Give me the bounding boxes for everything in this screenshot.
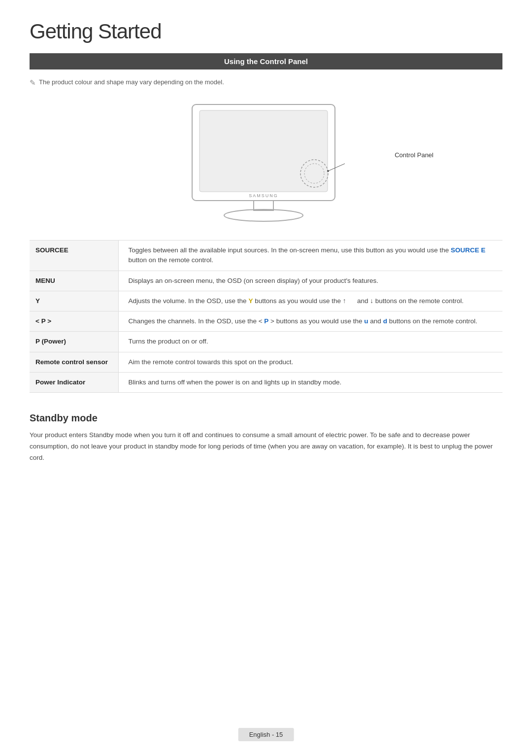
standby-title: Standby mode [30, 412, 502, 424]
d-highlight: d [383, 317, 387, 325]
monitor-diagram: SAMSUNG Control Panel [163, 100, 369, 223]
table-row-y: Y Adjusts the volume. In the OSD, use th… [30, 291, 502, 311]
y-highlight: Y [248, 297, 253, 305]
standby-text: Your product enters Standby mode when yo… [30, 430, 502, 464]
standby-section: Standby mode Your product enters Standby… [30, 412, 502, 464]
svg-text:SAMSUNG: SAMSUNG [249, 193, 278, 198]
svg-point-8 [327, 170, 329, 172]
table-desc-y: Adjusts the volume. In the OSD, use the … [118, 291, 502, 311]
table-row-menu: MENU Displays an on-screen menu, the OSD… [30, 271, 502, 291]
table-term-power-indicator: Power Indicator [30, 372, 118, 392]
table-row-remote-sensor: Remote control sensor Aim the remote con… [30, 352, 502, 372]
table-term-remote-sensor: Remote control sensor [30, 352, 118, 372]
table-desc-p-channels: Changes the channels. In the OSD, use th… [118, 311, 502, 332]
svg-point-4 [224, 209, 303, 221]
source-highlight: SOURCE E [451, 246, 486, 254]
u-highlight: u [364, 317, 368, 325]
table-term-y: Y [30, 291, 118, 311]
table-desc-menu: Displays an on-screen menu, the OSD (on … [118, 271, 502, 291]
table-desc-power: Turns the product on or off. [118, 332, 502, 352]
monitor-svg: SAMSUNG [163, 100, 369, 223]
diagram-container: SAMSUNG Control Panel [30, 97, 502, 225]
page-title: Getting Started [30, 20, 502, 43]
table-desc-power-indicator: Blinks and turns off when the power is o… [118, 372, 502, 392]
table-term-p-channels: < P > [30, 311, 118, 332]
table-row-power-indicator: Power Indicator Blinks and turns off whe… [30, 372, 502, 392]
table-row-p-channels: < P > Changes the channels. In the OSD, … [30, 311, 502, 332]
control-table: SOURCEE Toggles between all the availabl… [30, 240, 502, 393]
table-term-sourcee: SOURCEE [30, 241, 118, 271]
page-footer: English - 15 [238, 728, 294, 741]
table-term-menu: MENU [30, 271, 118, 291]
note-text: ✎ The product colour and shape may vary … [30, 78, 502, 87]
svg-rect-1 [200, 110, 328, 192]
section-header: Using the Control Panel [30, 53, 502, 69]
table-row-power: P (Power) Turns the product on or off. [30, 332, 502, 352]
note-icon: ✎ [30, 78, 36, 87]
table-row-sourcee: SOURCEE Toggles between all the availabl… [30, 241, 502, 271]
p-highlight: P [264, 317, 268, 325]
svg-line-7 [328, 164, 345, 171]
control-panel-label: Control Panel [395, 151, 433, 159]
table-term-power: P (Power) [30, 332, 118, 352]
table-desc-sourcee: Toggles between all the available input … [118, 241, 502, 271]
table-desc-remote-sensor: Aim the remote control towards this spot… [118, 352, 502, 372]
